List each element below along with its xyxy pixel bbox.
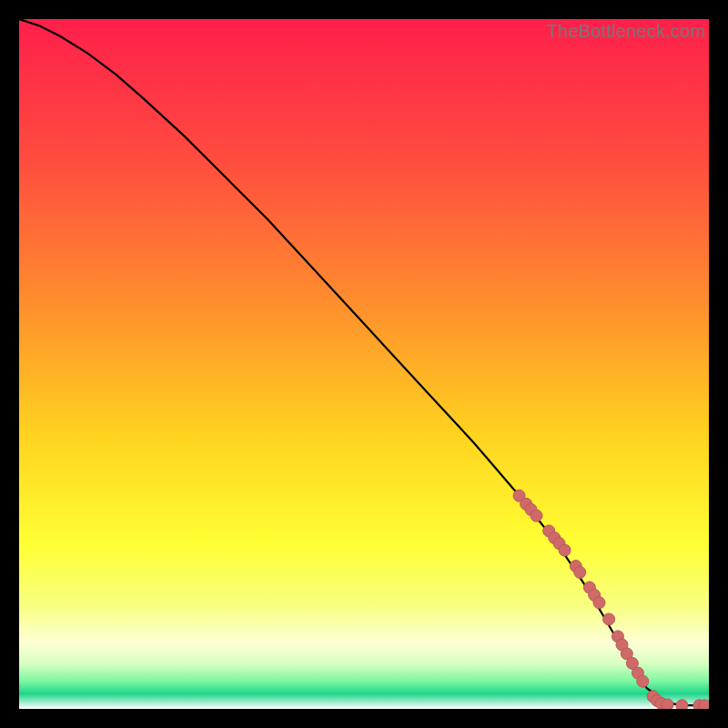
highlight-dot [531, 510, 542, 521]
highlight-dot [699, 700, 709, 709]
highlight-dot [559, 544, 571, 556]
highlight-dot [593, 597, 605, 609]
highlight-dot [637, 675, 649, 687]
highlight-dot [574, 566, 586, 578]
highlight-dot [603, 613, 615, 625]
chart-background [19, 19, 709, 709]
chart-svg [19, 19, 709, 709]
watermark-text: TheBottleneck.com [546, 21, 705, 42]
chart-frame: TheBottleneck.com [19, 19, 709, 709]
highlight-dot [662, 699, 673, 709]
highlight-dot [676, 700, 688, 709]
